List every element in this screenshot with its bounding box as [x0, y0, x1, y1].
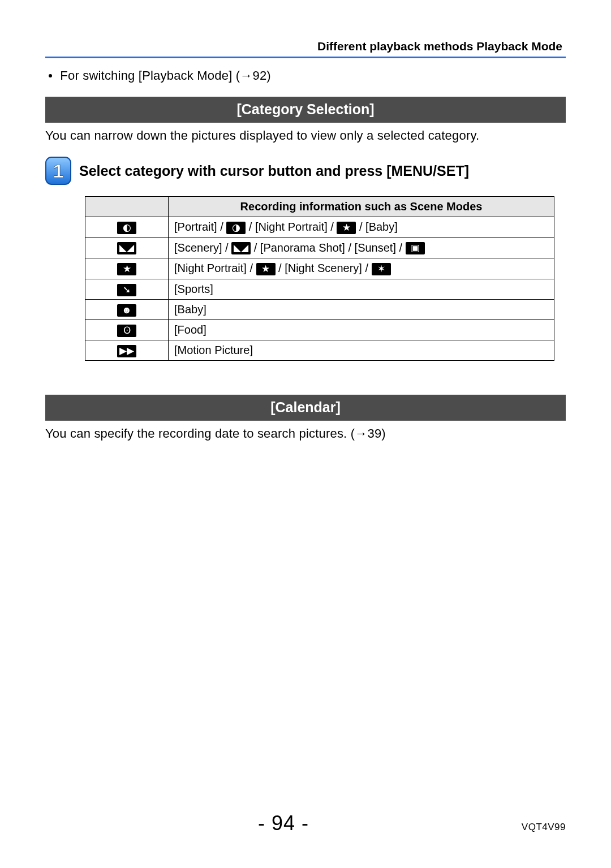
category-desc-cell: [Baby] [169, 300, 554, 320]
soft-portrait-icon: ◑ [226, 222, 246, 234]
category-desc-cell: [Food] [169, 320, 554, 340]
table-row: ▶▶[Motion Picture] [85, 340, 554, 361]
bullet-dot [49, 74, 52, 77]
page-number: - 94 - [45, 811, 522, 835]
motion-picture-icon: ▶▶ [117, 345, 136, 357]
category-icon-cell: ◣◢ [85, 237, 169, 258]
table-row: ◣◢[Scenery] / ◣◢ / [Panorama Shot] / [Su… [85, 237, 554, 258]
food-icon: ʘ [117, 325, 136, 337]
category-desc-cell: [Scenery] / ◣◢ / [Panorama Shot] / [Suns… [169, 237, 554, 258]
hdr-portrait-icon: ★ [337, 222, 356, 234]
switch-note-text: For switching [Playback Mode] (→92) [60, 68, 271, 83]
category-icon-cell: ʘ [85, 320, 169, 340]
sports-icon: ➘ [117, 284, 136, 296]
section-category-selection-title: [Category Selection] [45, 97, 566, 123]
category-desc-cell: [Sports] [169, 279, 554, 300]
category-table: Recording information such as Scene Mode… [85, 196, 554, 361]
portrait-icon: ◐ [117, 222, 136, 234]
category-desc-cell: [Portrait] / ◑ / [Night Portrait] / ★ / … [169, 217, 554, 238]
category-desc-cell: [Motion Picture] [169, 340, 554, 361]
calendar-desc: You can specify the recording date to se… [45, 426, 566, 441]
step-1-badge: 1 [45, 157, 71, 185]
table-row: ʘ[Food] [85, 320, 554, 340]
header-divider [45, 57, 566, 58]
breadcrumb: Different playback methods Playback Mode [45, 40, 566, 53]
handheld-night-icon: ✶ [372, 263, 391, 275]
glass-icon: ▣ [406, 242, 425, 254]
switch-note-line: For switching [Playback Mode] (→92) [49, 68, 566, 83]
baby-icon: ☻ [117, 304, 136, 317]
table-row: ★[Night Portrait] / ★ / [Night Scenery] … [85, 258, 554, 279]
night-portrait-alt-icon: ★ [256, 263, 276, 275]
table-header-icon-col [85, 197, 169, 217]
table-header-desc: Recording information such as Scene Mode… [169, 197, 554, 217]
step-1-row: 1 Select category with cursor button and… [45, 157, 566, 185]
scenery-alt-icon: ◣◢ [231, 242, 251, 254]
night-portrait-icon: ★ [117, 263, 136, 275]
category-icon-cell: ➘ [85, 279, 169, 300]
section-calendar-title: [Calendar] [45, 395, 566, 421]
category-icon-cell: ◐ [85, 217, 169, 238]
category-selection-desc: You can narrow down the pictures display… [45, 128, 566, 143]
doc-code: VQT4V99 [522, 822, 566, 833]
svg-text:1: 1 [53, 160, 64, 182]
category-icon-cell: ▶▶ [85, 340, 169, 361]
scenery-icon: ◣◢ [117, 242, 136, 254]
category-icon-cell: ☻ [85, 300, 169, 320]
table-row: ☻[Baby] [85, 300, 554, 320]
table-row: ◐[Portrait] / ◑ / [Night Portrait] / ★ /… [85, 217, 554, 238]
table-row: ➘[Sports] [85, 279, 554, 300]
step-1-title: Select category with cursor button and p… [79, 163, 469, 179]
category-desc-cell: [Night Portrait] / ★ / [Night Scenery] /… [169, 258, 554, 279]
category-icon-cell: ★ [85, 258, 169, 279]
